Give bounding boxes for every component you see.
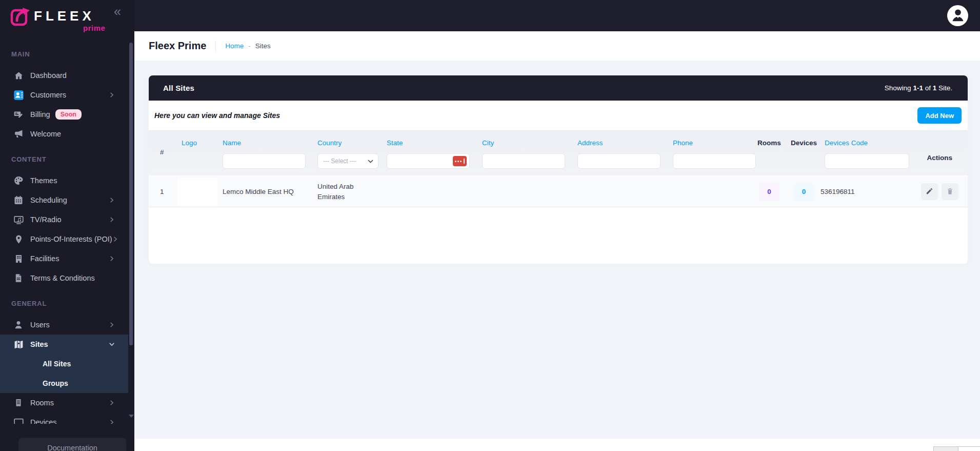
- documentation-button[interactable]: Documentation: [18, 438, 126, 451]
- chevron-down-icon: [109, 341, 115, 347]
- city-filter-input[interactable]: [482, 153, 565, 169]
- breadcrumb-home-link[interactable]: Home: [225, 42, 244, 50]
- sidebar-item-facilities[interactable]: Facilities: [0, 249, 128, 268]
- sidebar-item-themes[interactable]: Themes: [0, 171, 128, 190]
- page-header: Fleex Prime Home - Sites: [134, 31, 980, 61]
- column-rooms: Rooms: [751, 136, 787, 169]
- sidebar-item-welcome[interactable]: Welcome: [0, 124, 128, 144]
- column-header-name[interactable]: Name: [218, 136, 313, 150]
- row-name: Lemco Middle East HQ: [218, 188, 313, 195]
- sidebar-item-rooms[interactable]: Rooms: [0, 393, 128, 413]
- column-header-num: #: [155, 145, 177, 160]
- column-header-state[interactable]: State: [383, 136, 478, 150]
- column-state: State: [383, 136, 478, 169]
- chevron-right-icon: [112, 236, 118, 242]
- chevron-right-icon: [109, 419, 115, 424]
- sidebar-item-sites[interactable]: Sites: [0, 335, 128, 354]
- table-header: # Logo Name Country --- Select --- Sta: [149, 130, 968, 175]
- sidebar-item-scheduling[interactable]: Scheduling: [0, 190, 128, 210]
- chevron-right-icon: [109, 322, 115, 328]
- phone-filter-input[interactable]: [673, 153, 756, 169]
- sidebar-item-billing[interactable]: Billing Soon: [0, 105, 128, 124]
- sidebar-scrollbar-thumb[interactable]: [129, 43, 133, 345]
- home-icon: [13, 70, 24, 81]
- column-header-rooms: Rooms: [757, 136, 781, 150]
- chevron-right-icon: [109, 92, 115, 98]
- sidebar-item-dashboard[interactable]: Dashboard: [0, 66, 128, 85]
- column-header-country[interactable]: Country: [313, 136, 383, 150]
- header-divider: [215, 41, 216, 52]
- breadcrumb-separator: -: [248, 42, 251, 50]
- column-header-devices-code[interactable]: Devices Code: [821, 136, 915, 150]
- sidebar-item-tv-radio[interactable]: TV/Radio: [0, 210, 128, 229]
- table-row: 1 Lemco Middle East HQ United Arab Emira…: [149, 175, 968, 207]
- rooms-icon: [13, 397, 24, 408]
- column-name: Name: [218, 136, 313, 169]
- user-menu-button[interactable]: [947, 5, 968, 26]
- rooms-count-badge[interactable]: 0: [759, 183, 779, 201]
- tv-music-icon: [13, 214, 24, 225]
- chevron-right-icon: [109, 400, 115, 406]
- sidebar-item-label: Welcome: [30, 130, 61, 138]
- address-filter-input[interactable]: [577, 153, 661, 169]
- column-header-city[interactable]: City: [478, 136, 573, 150]
- horizontal-scrollbar-thumb[interactable]: [934, 447, 958, 451]
- column-devices-code: Devices Code: [821, 136, 915, 169]
- brand-logo-icon: [10, 5, 31, 30]
- sidebar-item-label: Customers: [30, 91, 66, 99]
- column-header-phone[interactable]: Phone: [669, 136, 751, 150]
- user-icon: [13, 319, 24, 330]
- chevron-down-icon: [367, 158, 374, 165]
- sidebar-item-terms[interactable]: Terms & Conditions: [0, 268, 128, 288]
- name-filter-input[interactable]: [223, 153, 306, 169]
- showing-summary: Showing 1-1 of 1 Site.: [885, 84, 952, 92]
- sidebar-subitem-all-sites[interactable]: All Sites: [0, 354, 128, 374]
- card-toolbar: Here you can view and manage Sites Add N…: [149, 101, 968, 130]
- sidebar-item-devices[interactable]: Devices: [0, 413, 128, 424]
- section-label-main: MAIN: [0, 50, 128, 59]
- sidebar-item-poi[interactable]: Points-Of-Interests (POI): [0, 229, 128, 249]
- breadcrumb-current: Sites: [255, 42, 271, 50]
- sidebar-subitem-groups[interactable]: Groups: [0, 374, 128, 393]
- showing-of: of: [925, 84, 931, 92]
- devices-code-filter-input[interactable]: [825, 153, 909, 169]
- sidebar-subitem-label: All Sites: [43, 360, 71, 368]
- customers-icon: [13, 89, 24, 101]
- sidebar-item-customers[interactable]: Customers: [0, 85, 128, 105]
- palette-icon: [13, 175, 24, 186]
- footer-band: [134, 439, 980, 451]
- sidebar-item-label: Facilities: [30, 254, 59, 263]
- sidebar-item-label: Points-Of-Interests (POI): [30, 235, 112, 243]
- chevron-right-icon: [109, 217, 115, 223]
- sidebar-item-label: Rooms: [30, 399, 54, 407]
- column-header-address[interactable]: Address: [573, 136, 669, 150]
- country-filter-select[interactable]: --- Select ---: [317, 153, 378, 169]
- delete-button[interactable]: [942, 183, 958, 200]
- partial-horizontal-scrollbar[interactable]: [933, 446, 980, 451]
- browser-extension-icon[interactable]: [453, 156, 467, 166]
- devices-count-badge[interactable]: 0: [794, 183, 814, 201]
- add-new-button[interactable]: Add New: [917, 107, 962, 124]
- topbar: [0, 0, 980, 31]
- chevron-right-icon: [109, 256, 115, 262]
- sidebar-item-users[interactable]: Users: [0, 315, 128, 335]
- sidebar-item-label: Terms & Conditions: [30, 274, 95, 282]
- edit-button[interactable]: [921, 183, 938, 200]
- megaphone-icon: [13, 128, 24, 140]
- card-empty-area: [149, 207, 968, 264]
- soon-badge: Soon: [55, 109, 82, 120]
- map-icon: [13, 339, 24, 350]
- devices-icon: [13, 417, 24, 424]
- row-rooms-cell: 0: [751, 183, 787, 201]
- column-header-logo[interactable]: Logo: [177, 136, 218, 150]
- building-icon: [13, 253, 24, 264]
- column-phone: Phone: [669, 136, 751, 169]
- sidebar-item-label: Dashboard: [30, 71, 67, 80]
- user-avatar-icon: [949, 6, 967, 26]
- country-filter-placeholder: --- Select ---: [323, 158, 367, 165]
- sidebar-scrollbar-down-arrow[interactable]: [129, 415, 134, 418]
- row-devices-cell: 0: [787, 183, 821, 201]
- sidebar-collapse-button[interactable]: «: [114, 5, 121, 18]
- map-pin-icon: [13, 233, 24, 245]
- column-actions: Actions: [915, 136, 962, 169]
